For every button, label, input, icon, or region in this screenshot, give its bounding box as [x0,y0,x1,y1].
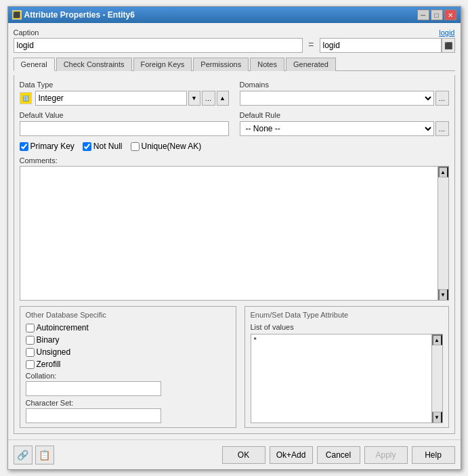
default-value-col: Default Value [20,111,229,136]
data-type-input[interactable]: Integer [35,91,187,106]
equals-label: = [308,39,314,50]
tabs-bar: General Check Constraints Foreign Keys P… [14,57,455,71]
caption-field-group: Caption [14,28,303,53]
close-button[interactable]: ✕ [444,9,456,20]
ok-add-button[interactable]: Ok+Add [270,446,313,464]
unsigned-checkbox-item: Unsigned [26,347,230,357]
zerofill-checkbox[interactable] [26,360,35,369]
window-icon: ⬛ [12,10,22,20]
main-window: ⬛ Attribute Properties - Entity6 ─ □ ✕ C… [7,6,461,470]
enum-list-box[interactable]: * [251,334,432,423]
data-type-up[interactable]: ▲ [217,91,229,106]
binary-checkbox[interactable] [26,336,35,345]
data-type-combo-wrapper: 🔢 Integer ▼ … ▲ [20,91,229,106]
domains-select[interactable] [240,91,434,106]
binary-label: Binary [37,335,60,345]
unsigned-label: Unsigned [37,347,71,357]
unsigned-checkbox[interactable] [26,348,35,357]
data-type-label: Data Type [20,81,229,89]
tab-notes[interactable]: Notes [250,58,284,71]
list-of-values-label: List of values [251,323,443,331]
primary-key-checkbox-item: Primary Key [20,142,75,151]
checkboxes-row: Primary Key Not Null Unique(New AK) [20,142,449,151]
caption-label: Caption [14,28,303,37]
help-button[interactable]: Help [412,446,455,464]
not-null-label: Not Null [93,142,123,151]
cancel-button[interactable]: Cancel [317,446,360,464]
default-rule-label: Default Rule [240,111,449,119]
footer-icon-btn-2[interactable]: 📋 [35,446,54,464]
default-rule-row: -- None -- … [240,121,449,136]
footer-left-buttons: 🔗 📋 [14,446,54,464]
data-type-col: Data Type 🔢 Integer ▼ … ▲ [20,81,229,106]
tab-permissions[interactable]: Permissions [193,58,249,71]
list-box-container: * ▲ ▼ [251,334,443,423]
default-value-input[interactable] [20,121,229,136]
scroll-down-button[interactable]: ▼ [438,289,448,300]
minimize-button[interactable]: ─ [417,9,429,20]
tab-content-general: Data Type 🔢 Integer ▼ … ▲ Domains [14,75,455,434]
name-field-group: logid ⬛ [320,28,455,53]
data-type-icon: 🔢 [20,92,32,104]
other-db-title: Other Database Specific [26,311,230,319]
character-set-label: Character Set: [26,399,230,407]
not-null-checkbox-item: Not Null [83,142,123,151]
comments-scrollbar[interactable]: ▲ ▼ [438,166,449,301]
database-specific-panel: Other Database Specific Autoincrement Bi… [20,306,236,428]
character-set-field: Character Set: [26,399,230,423]
enum-scroll-down[interactable]: ▼ [432,412,442,423]
default-value-label: Default Value [20,111,229,119]
enum-scroll-up[interactable]: ▲ [432,334,442,345]
tab-foreign-keys[interactable]: Foreign Keys [133,58,192,71]
data-type-value: Integer [39,93,64,103]
domains-combo-wrapper: … [240,91,449,106]
scroll-up-button[interactable]: ▲ [438,167,448,177]
name-input[interactable] [320,38,442,53]
tab-check-constraints[interactable]: Check Constraints [56,58,132,71]
ok-button[interactable]: OK [222,446,265,464]
binary-checkbox-item: Binary [26,335,230,345]
collation-label: Collation: [26,372,230,380]
not-null-checkbox[interactable] [83,142,91,151]
comments-section: Comments: ▲ ▼ [20,156,449,301]
dialog-content: Caption = logid ⬛ General Check Constrai… [8,23,461,439]
domains-label: Domains [240,81,449,89]
enum-set-title: Enum/Set Data Type Attribute [251,311,443,319]
character-set-input[interactable] [26,408,161,423]
caption-input[interactable] [14,38,303,53]
unique-checkbox-item: Unique(New AK) [131,142,202,151]
enum-set-panel: Enum/Set Data Type Attribute List of val… [244,306,449,428]
domains-col: Domains … [240,81,449,106]
data-type-dropdown[interactable]: ▼ [188,91,200,106]
bottom-section: Other Database Specific Autoincrement Bi… [20,306,449,428]
collation-input[interactable] [26,381,161,396]
window-controls: ─ □ ✕ [417,9,456,20]
default-rule-col: Default Rule -- None -- … [240,111,449,136]
data-type-browse[interactable]: … [202,91,215,106]
tab-generated[interactable]: Generated [286,58,336,71]
default-rule-browse[interactable]: … [435,121,449,136]
list-box-value: * [251,334,431,345]
maximize-button[interactable]: □ [431,9,443,20]
domains-browse[interactable]: … [435,91,449,106]
comments-textarea[interactable] [20,166,438,301]
name-link[interactable]: logid [320,28,455,37]
unique-checkbox[interactable] [131,142,140,151]
name-browse-button[interactable]: ⬛ [442,38,455,53]
dialog-footer: 🔗 📋 OK Ok+Add Cancel Apply Help [8,439,461,469]
apply-button[interactable]: Apply [364,446,408,464]
autoincrement-checkbox-item: Autoincrement [26,323,230,332]
primary-key-checkbox[interactable] [20,142,28,151]
autoincrement-checkbox[interactable] [26,324,35,332]
zerofill-label: Zerofill [37,360,61,369]
window-title: Attribute Properties - Entity6 [24,10,135,20]
equals-separator: = [308,39,314,53]
default-rule-select[interactable]: -- None -- [240,121,434,136]
primary-key-label: Primary Key [30,142,75,151]
footer-icon-btn-1[interactable]: 🔗 [14,446,33,464]
enum-scrollbar: ▲ ▼ [432,334,443,423]
data-type-domains-row: Data Type 🔢 Integer ▼ … ▲ Domains [20,81,449,106]
collation-field: Collation: [26,372,230,396]
autoincrement-label: Autoincrement [37,323,89,332]
tab-general[interactable]: General [14,58,55,71]
